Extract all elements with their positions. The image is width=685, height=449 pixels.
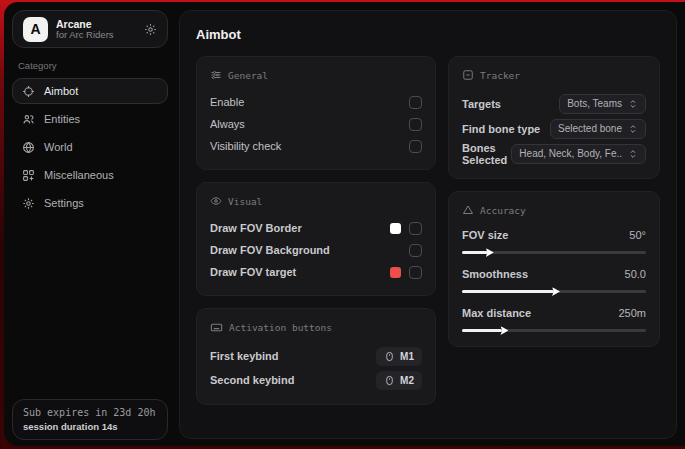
sidebar-item-entities[interactable]: Entities (12, 106, 168, 132)
always-checkbox[interactable] (409, 118, 422, 131)
general-card: General Enable Always Visibility check (196, 56, 436, 170)
grid-icon (22, 169, 35, 182)
enable-checkbox[interactable] (409, 96, 422, 109)
setting-row-fov-background: Draw FOV Background (210, 239, 422, 261)
tracker-frame-icon (462, 69, 474, 81)
card-title: Visual (228, 196, 262, 207)
sidebar-item-miscellaneous[interactable]: Miscellaneous (12, 162, 168, 188)
eye-icon (210, 195, 222, 207)
card-title: Tracker (480, 70, 520, 81)
first-keybind-button[interactable]: M1 (376, 347, 422, 366)
sidebar-item-settings[interactable]: Settings (12, 190, 168, 216)
bones-selected-dropdown[interactable]: Head, Neck, Body, Fe.. (511, 144, 646, 164)
visual-card: Visual Draw FOV Border Draw FOV Backgrou… (196, 182, 436, 296)
smoothness-slider[interactable] (462, 290, 646, 293)
second-keybind-button[interactable]: M2 (376, 371, 422, 390)
sidebar-item-label: Miscellaneous (44, 169, 114, 181)
fov-target-color-swatch[interactable] (390, 267, 401, 278)
setting-row-smoothness: Smoothness 50.0 (462, 265, 646, 293)
tracker-card: Tracker Targets Bots, Teams (448, 56, 660, 179)
setting-row-fov-target: Draw FOV target (210, 261, 422, 283)
triangle-icon (462, 204, 474, 216)
background: A Arcane for Arc Riders Category Aimbot (0, 0, 685, 449)
chevrons-up-down-icon (628, 99, 638, 109)
card-title: General (228, 70, 268, 81)
setting-row-max-distance: Max distance 250m (462, 304, 646, 332)
sub-expires-text: Sub expires in 23d 20h (23, 407, 157, 418)
slider-thumb[interactable] (486, 248, 494, 257)
visibility-check-checkbox[interactable] (409, 140, 422, 153)
page-title: Aimbot (196, 27, 660, 42)
fov-border-color-swatch[interactable] (390, 223, 401, 234)
fov-border-checkbox[interactable] (409, 222, 422, 235)
fov-target-checkbox[interactable] (409, 266, 422, 279)
crosshair-icon (22, 85, 35, 98)
setting-row-visibility-check: Visibility check (210, 135, 422, 157)
setting-row-find-bone-type: Find bone type Selected bone (462, 116, 646, 141)
sidebar-item-label: Entities (44, 113, 80, 125)
card-title: Activation buttons (229, 322, 332, 333)
sidebar-item-label: Settings (44, 197, 84, 209)
brand-title: Arcane (56, 18, 136, 30)
setting-row-fov-border: Draw FOV Border (210, 217, 422, 239)
mouse-icon (384, 375, 395, 386)
sidebar-item-world[interactable]: World (12, 134, 168, 160)
find-bone-type-dropdown[interactable]: Selected bone (550, 119, 646, 139)
main-panel: Aimbot General Enable (179, 10, 677, 439)
setting-row-enable: Enable (210, 91, 422, 113)
brand-card: A Arcane for Arc Riders (12, 10, 168, 48)
category-label: Category (18, 60, 162, 71)
setting-row-bones-selected: Bones Selected Head, Neck, Body, Fe.. (462, 141, 646, 166)
sidebar-item-aimbot[interactable]: Aimbot (12, 78, 168, 104)
entities-icon (22, 113, 35, 126)
slider-thumb[interactable] (552, 287, 560, 296)
gear-icon[interactable] (144, 23, 157, 36)
sidebar-item-label: World (44, 141, 73, 153)
setting-row-targets: Targets Bots, Teams (462, 91, 646, 116)
sliders-icon (210, 69, 222, 81)
max-distance-slider[interactable] (462, 329, 646, 332)
max-distance-value: 250m (618, 307, 646, 319)
fov-size-slider[interactable] (462, 251, 646, 254)
mouse-icon (384, 351, 395, 362)
brand-subtitle: for Arc Riders (56, 30, 136, 41)
keyboard-icon (210, 321, 223, 334)
chevrons-up-down-icon (628, 149, 638, 159)
sidebar-item-label: Aimbot (44, 85, 78, 97)
card-title: Accuracy (480, 205, 526, 216)
setting-row-always: Always (210, 113, 422, 135)
activation-card: Activation buttons First keybind M1 (196, 308, 436, 405)
fov-background-checkbox[interactable] (409, 244, 422, 257)
accuracy-card: Accuracy FOV size 50° (448, 191, 660, 347)
smoothness-value: 50.0 (625, 268, 646, 280)
targets-dropdown[interactable]: Bots, Teams (559, 94, 646, 114)
fov-size-value: 50° (629, 229, 646, 241)
globe-icon (22, 141, 35, 154)
settings-gear-icon (22, 197, 35, 210)
sidebar: A Arcane for Arc Riders Category Aimbot (4, 2, 176, 446)
setting-row-second-keybind: Second keybind M2 (210, 368, 422, 392)
subscription-card: Sub expires in 23d 20h session duration … (12, 399, 168, 440)
brand-logo: A (23, 17, 48, 42)
chevrons-up-down-icon (628, 124, 638, 134)
session-duration-text: session duration 14s (23, 421, 157, 432)
setting-row-fov-size: FOV size 50° (462, 226, 646, 254)
app-window: A Arcane for Arc Riders Category Aimbot (4, 2, 685, 446)
slider-thumb[interactable] (500, 326, 508, 335)
setting-row-first-keybind: First keybind M1 (210, 344, 422, 368)
